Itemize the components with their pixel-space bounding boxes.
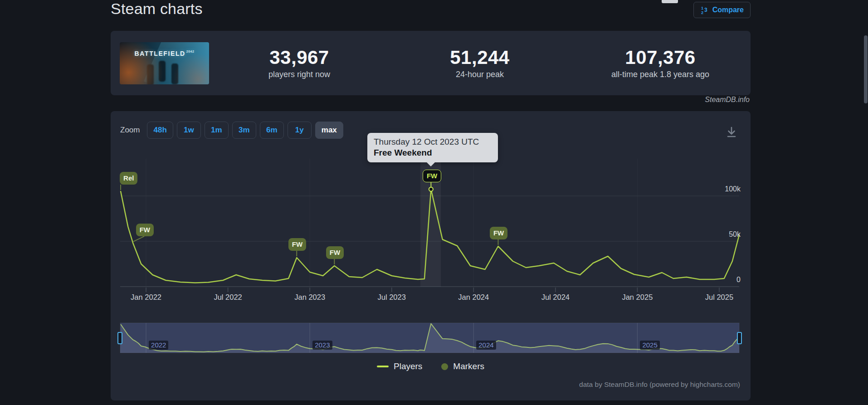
players-now-label: players right now bbox=[209, 70, 390, 79]
list-ordered-icon: 1 2 3 bbox=[700, 5, 709, 15]
navigator-year-label: 2023 bbox=[312, 341, 332, 350]
flag-marker-fw[interactable]: FW bbox=[326, 246, 344, 259]
zoom-buttons: 48h1w1m3m6m1ymax bbox=[147, 122, 343, 139]
y-axis-label: 50k bbox=[686, 230, 741, 239]
capsule-art bbox=[159, 61, 166, 82]
flag-marker-fw[interactable]: FW bbox=[423, 170, 441, 182]
game-logo: BATTLEFIELD2042 bbox=[120, 50, 209, 57]
header: Steam charts 1 2 3 Compare bbox=[111, 0, 751, 24]
flag-marker-fw[interactable]: FW bbox=[490, 227, 507, 239]
stat-players-now: 33,967 players right now bbox=[209, 47, 390, 79]
svg-text:1: 1 bbox=[701, 6, 703, 10]
steamdb-watermark: SteamDB.info bbox=[705, 96, 750, 103]
svg-text:2: 2 bbox=[701, 10, 703, 15]
zoom-range-1w[interactable]: 1w bbox=[177, 122, 201, 139]
compare-button-label: Compare bbox=[712, 6, 744, 14]
x-axis-label: Jul 2022 bbox=[203, 293, 253, 302]
navigator-handle-right[interactable] bbox=[737, 332, 742, 344]
svg-text:3: 3 bbox=[704, 7, 707, 13]
chart-legend: PlayersMarkers bbox=[111, 361, 751, 371]
all-time-peak-value: 107,376 bbox=[570, 47, 751, 68]
watermark-row: SteamDB.info bbox=[705, 96, 750, 104]
x-axis-label: Jan 2025 bbox=[612, 293, 662, 302]
legend-item-markers[interactable]: Markers bbox=[441, 361, 484, 371]
x-axis-label: Jul 2023 bbox=[367, 293, 417, 302]
zoom-range-6m[interactable]: 6m bbox=[260, 122, 284, 139]
game-capsule-image[interactable]: BATTLEFIELD2042 bbox=[120, 42, 209, 84]
stats-panel: BATTLEFIELD2042 33,967 players right now… bbox=[111, 31, 751, 95]
zoom-range-3m[interactable]: 3m bbox=[232, 122, 256, 139]
peak-24h-label: 24-hour peak bbox=[390, 70, 570, 79]
zoom-range-1y[interactable]: 1y bbox=[288, 122, 312, 139]
navigator-year-label: 2024 bbox=[476, 341, 496, 350]
y-axis-label: 100k bbox=[686, 185, 741, 193]
stat-all-time-peak: 107,376 all-time peak 1.8 years ago bbox=[570, 47, 751, 79]
flag-marker-rel[interactable]: Rel bbox=[120, 172, 137, 185]
x-axis-label: Jan 2023 bbox=[285, 293, 335, 302]
x-axis-label: Jan 2022 bbox=[121, 293, 171, 302]
navigator-year-label: 2025 bbox=[640, 341, 659, 350]
chart-tooltip: Thursday 12 Oct 2023 UTC Free Weekend bbox=[367, 133, 498, 162]
page-scrollbar[interactable] bbox=[864, 35, 868, 103]
flag-marker-fw[interactable]: FW bbox=[288, 238, 306, 251]
tooltip-event: Free Weekend bbox=[374, 148, 492, 158]
markers-circle-swatch bbox=[441, 363, 448, 370]
players-line-swatch bbox=[377, 366, 389, 367]
compare-button[interactable]: 1 2 3 Compare bbox=[693, 2, 751, 18]
flag-marker-fw[interactable]: FW bbox=[136, 224, 154, 236]
zoom-label: Zoom bbox=[120, 126, 140, 135]
y-axis-label: 0 bbox=[686, 276, 741, 284]
chart-attribution[interactable]: data by SteamDB.info (powered by highcha… bbox=[579, 381, 740, 389]
content-column: Steam charts 1 2 3 Compare BATTLEFIELD20… bbox=[111, 0, 751, 405]
hovered-point bbox=[429, 187, 433, 191]
page-title: Steam charts bbox=[111, 0, 203, 18]
players-now-value: 33,967 bbox=[209, 47, 390, 68]
navigator-year-label: 2022 bbox=[149, 341, 168, 350]
all-time-peak-label: all-time peak 1.8 years ago bbox=[570, 70, 751, 79]
zoom-toolbar: Zoom 48h1w1m3m6m1ymax bbox=[120, 122, 343, 139]
steamdb-page: Steam charts 1 2 3 Compare BATTLEFIELD20… bbox=[0, 0, 868, 405]
stat-24h-peak: 51,244 24-hour peak bbox=[390, 47, 570, 79]
zoom-range-1m[interactable]: 1m bbox=[205, 122, 229, 139]
x-axis-label: Jul 2025 bbox=[694, 293, 744, 302]
x-axis-label: Jan 2024 bbox=[449, 293, 498, 302]
chart-panel: Zoom 48h1w1m3m6m1ymax 100k50k0Jan 2022Ju… bbox=[111, 111, 751, 400]
peak-24h-value: 51,244 bbox=[390, 47, 570, 68]
x-axis-label: Jul 2024 bbox=[531, 293, 580, 302]
zoom-range-48h[interactable]: 48h bbox=[147, 122, 173, 139]
flag-stem bbox=[133, 236, 144, 242]
navigator-handle-left[interactable] bbox=[117, 332, 122, 344]
download-icon[interactable] bbox=[724, 125, 739, 139]
zoom-range-max[interactable]: max bbox=[315, 122, 343, 139]
tooltip-date: Thursday 12 Oct 2023 UTC bbox=[374, 137, 492, 147]
tooltip-pointer bbox=[426, 162, 435, 166]
legend-item-players[interactable]: Players bbox=[377, 361, 422, 371]
legend-label: Markers bbox=[453, 361, 484, 371]
legend-label: Players bbox=[394, 361, 422, 371]
